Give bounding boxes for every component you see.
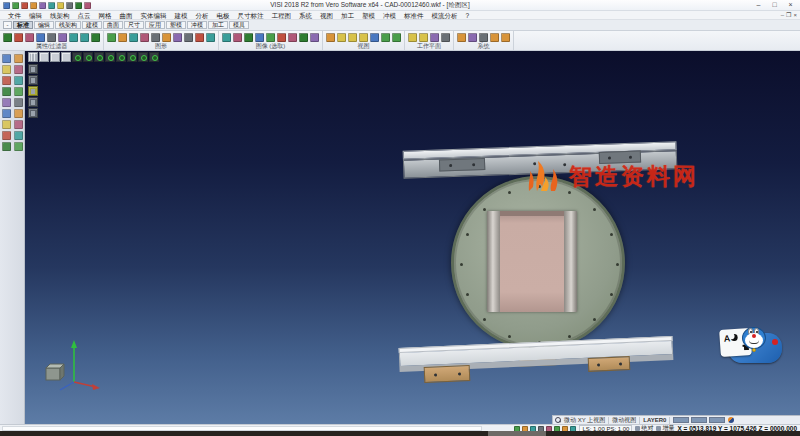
shaded-view-icon[interactable] <box>39 52 49 62</box>
lock-icon[interactable] <box>69 33 78 42</box>
view-front-icon[interactable] <box>337 33 346 42</box>
status-swatch-button[interactable] <box>673 417 689 423</box>
visibility-eye-icon[interactable] <box>58 33 67 42</box>
menu-item-建模[interactable]: 建模 <box>171 11 192 20</box>
iso-view-7-icon[interactable] <box>138 52 148 62</box>
menu-item-网格[interactable]: 网格 <box>95 11 116 20</box>
toolbar-tab-塑模[interactable]: 塑模 <box>166 21 186 29</box>
point-icon[interactable] <box>14 54 23 63</box>
deselect-icon[interactable] <box>288 33 297 42</box>
mirror-icon[interactable] <box>14 87 23 96</box>
menu-item-塑模[interactable]: 塑模 <box>358 11 379 20</box>
iso-view-1-icon[interactable] <box>72 52 82 62</box>
minimize-button[interactable]: – <box>751 0 766 9</box>
scale-icon[interactable] <box>2 109 11 118</box>
macro-icon[interactable] <box>490 33 499 42</box>
menu-item-视图[interactable]: 视图 <box>316 11 337 20</box>
database-icon[interactable] <box>468 33 477 42</box>
iso-view-8-icon[interactable] <box>149 52 159 62</box>
wireframe-icon[interactable] <box>195 33 204 42</box>
status-swatch-button[interactable] <box>709 417 725 423</box>
select-poly-icon[interactable] <box>244 33 253 42</box>
linetype-icon[interactable] <box>47 33 56 42</box>
menu-item-系统[interactable]: 系统 <box>295 11 316 20</box>
search-icon[interactable] <box>555 417 561 423</box>
menu-item-点云[interactable]: 点云 <box>74 11 95 20</box>
previous-view-icon[interactable] <box>173 33 182 42</box>
move-icon[interactable] <box>2 98 11 107</box>
select-layer-icon[interactable] <box>277 33 286 42</box>
toolbar-tab-曲面[interactable]: 曲面 <box>103 21 123 29</box>
view-side-icon[interactable] <box>348 33 357 42</box>
shade-icon[interactable] <box>184 33 193 42</box>
rendered-view-icon[interactable] <box>50 52 60 62</box>
zoom-in-icon[interactable] <box>118 33 127 42</box>
tag-icon[interactable] <box>80 33 89 42</box>
select-all-icon[interactable] <box>222 33 231 42</box>
menu-item-电极[interactable]: 电极 <box>213 11 234 20</box>
measure-icon[interactable] <box>14 142 23 151</box>
attribute-pen-icon[interactable] <box>3 33 12 42</box>
mask-panel-icon[interactable] <box>28 97 38 107</box>
menu-item-模流分析[interactable]: 模流分析 <box>428 11 462 20</box>
wp-view-icon[interactable] <box>430 33 439 42</box>
toolbar-tab-线架构[interactable]: 线架构 <box>55 21 81 29</box>
toolbar-tab-尺寸[interactable]: 尺寸 <box>124 21 144 29</box>
toolbar-tab-加工[interactable]: 加工 <box>208 21 228 29</box>
toolbar-tab-冲模[interactable]: 冲模 <box>187 21 207 29</box>
toolbar-tab-标准[interactable]: 标准 <box>13 21 33 29</box>
iso-view-2-icon[interactable] <box>83 52 93 62</box>
redraw-icon[interactable] <box>107 33 116 42</box>
close-button[interactable]: × <box>783 0 798 9</box>
curve-icon[interactable] <box>14 76 23 85</box>
menu-item-实体编辑[interactable]: 实体编辑 <box>137 11 171 20</box>
fillet-icon[interactable] <box>2 131 11 140</box>
toolbar-tab-模具[interactable]: 模具 <box>229 21 249 29</box>
mdi-minimize-button[interactable]: – <box>781 11 784 20</box>
zoom-out-icon[interactable] <box>129 33 138 42</box>
workplane-panel-icon[interactable] <box>28 75 38 85</box>
trim-icon[interactable] <box>2 120 11 129</box>
brush-icon[interactable] <box>91 33 100 42</box>
origin-panel-icon[interactable] <box>28 86 38 96</box>
layer-filter-icon[interactable] <box>25 33 34 42</box>
maximize-button[interactable]: □ <box>767 0 782 9</box>
rectangle-icon[interactable] <box>2 87 11 96</box>
mdi-restore-button[interactable]: ❐ <box>786 11 791 20</box>
calculator-icon[interactable] <box>479 33 488 42</box>
view-single-icon[interactable] <box>381 33 390 42</box>
select-icon[interactable] <box>2 54 11 63</box>
menu-item-尺寸标注[interactable]: 尺寸标注 <box>234 11 268 20</box>
circle-icon[interactable] <box>14 65 23 74</box>
select-chain-icon[interactable] <box>255 33 264 42</box>
menu-item-分析[interactable]: 分析 <box>192 11 213 20</box>
extend-icon[interactable] <box>14 120 23 129</box>
layer-panel-icon[interactable] <box>28 64 38 74</box>
status-swatch-button[interactable] <box>691 417 707 423</box>
arc-icon[interactable] <box>2 76 11 85</box>
hidden-line-icon[interactable] <box>206 33 215 42</box>
chamfer-icon[interactable] <box>14 131 23 140</box>
menu-item-工程图[interactable]: 工程图 <box>268 11 296 20</box>
line-icon[interactable] <box>2 65 11 74</box>
menu-item-编辑[interactable]: 编辑 <box>25 11 46 20</box>
zoom-window-icon[interactable] <box>140 33 149 42</box>
select-window-icon[interactable] <box>233 33 242 42</box>
menu-item-?[interactable]: ? <box>462 11 474 20</box>
view-iso-icon[interactable] <box>359 33 368 42</box>
offset-icon[interactable] <box>14 109 23 118</box>
toolbar-tab-应用[interactable]: 应用 <box>145 21 165 29</box>
iso-view-5-icon[interactable] <box>116 52 126 62</box>
menu-item-曲面[interactable]: 曲面 <box>116 11 137 20</box>
delete-icon[interactable] <box>2 142 11 151</box>
iso-view-3-icon[interactable] <box>94 52 104 62</box>
menu-item-冲模[interactable]: 冲模 <box>379 11 400 20</box>
menu-item-标准件[interactable]: 标准件 <box>400 11 428 20</box>
rotate-icon[interactable] <box>14 98 23 107</box>
wp-entity-icon[interactable] <box>441 33 450 42</box>
view-rotate-icon[interactable] <box>370 33 379 42</box>
menu-item-加工[interactable]: 加工 <box>337 11 358 20</box>
wp-standard-icon[interactable] <box>408 33 417 42</box>
menu-item-文件[interactable]: 文件 <box>4 11 25 20</box>
menu-item-线架构[interactable]: 线架构 <box>46 11 74 20</box>
